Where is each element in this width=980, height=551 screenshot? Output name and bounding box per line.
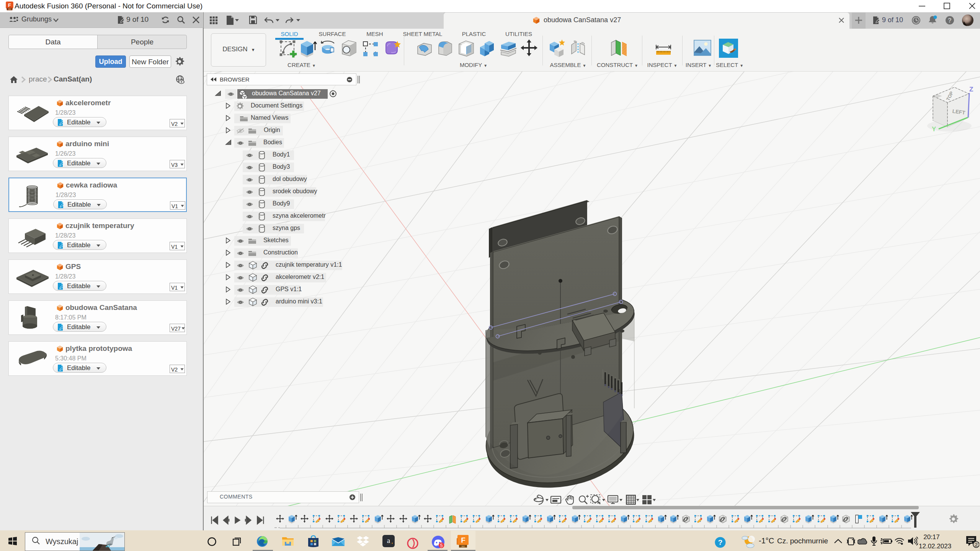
svg-text:?: ? [948, 17, 952, 24]
svg-text:360: 360 [8, 8, 11, 10]
svg-text:a: a [387, 536, 390, 544]
svg-text:F: F [461, 536, 466, 544]
svg-text:Y: Y [932, 126, 936, 133]
svg-text:Z: Z [969, 86, 973, 93]
svg-text:F: F [8, 2, 11, 8]
svg-text:2: 2 [975, 542, 977, 548]
svg-text:?: ? [718, 538, 723, 546]
svg-text:360: 360 [461, 545, 465, 548]
svg-text:5: 5 [440, 543, 443, 548]
